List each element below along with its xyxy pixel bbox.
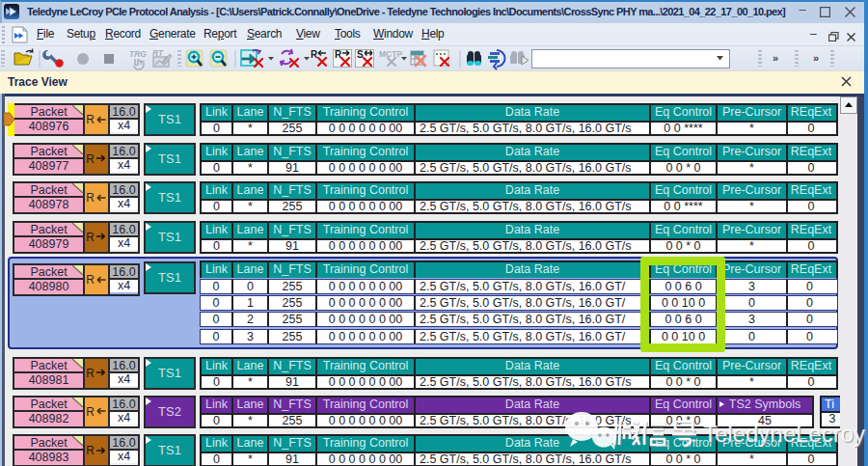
svg-text:MCTP: MCTP <box>379 49 402 59</box>
svg-text:»: » <box>773 52 778 64</box>
svg-text:S: S <box>357 49 364 60</box>
svg-text:TRG: TRG <box>129 49 147 59</box>
svg-text:: TeledyneLecroy: : TeledyneLecroy <box>691 421 865 447</box>
svg-text:R: R <box>311 49 318 60</box>
svg-text:»: » <box>813 52 819 64</box>
